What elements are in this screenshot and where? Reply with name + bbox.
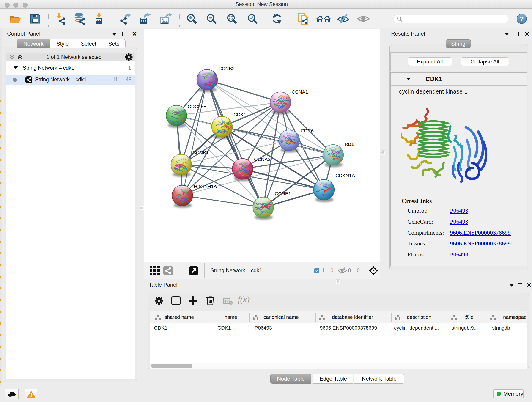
svg-text:CDK1: CDK1	[234, 112, 246, 117]
svg-text:CDC25B: CDC25B	[188, 104, 207, 109]
svg-text:HIST1H1A: HIST1H1A	[194, 184, 217, 189]
svg-text:RB1: RB1	[345, 141, 354, 147]
svg-text:CCNA1: CCNA1	[292, 89, 308, 95]
svg-text:CCNE1: CCNE1	[275, 191, 291, 196]
svg-text:CDKN1A: CDKN1A	[336, 173, 355, 178]
svg-text:CCNB1: CCNB1	[192, 150, 209, 155]
svg-text:CCNB2: CCNB2	[218, 66, 234, 71]
svg-text:CDC6: CDC6	[301, 128, 314, 133]
svg-text:CCNA2: CCNA2	[254, 157, 270, 162]
